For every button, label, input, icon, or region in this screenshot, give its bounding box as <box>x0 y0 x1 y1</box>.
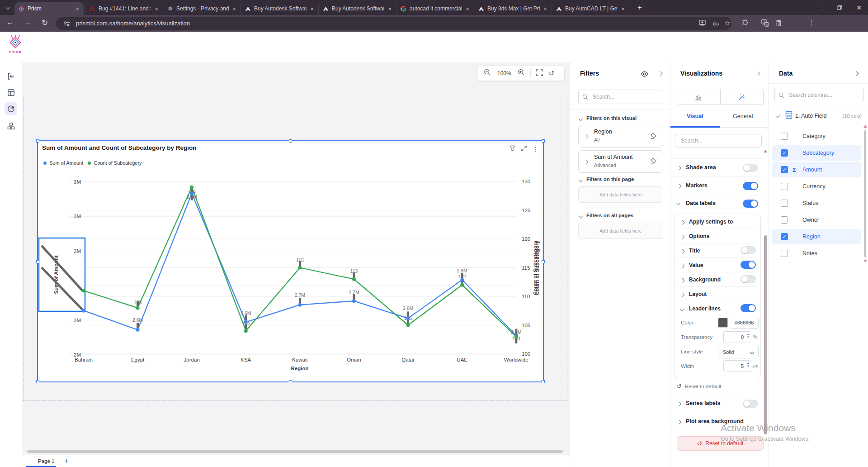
resize-handle[interactable] <box>36 139 39 143</box>
field-row-notes[interactable]: Notes <box>772 246 861 261</box>
scroll-up-arrow[interactable] <box>863 125 867 128</box>
checkbox[interactable] <box>781 133 788 140</box>
field-row-subcategory[interactable]: ✓Subcategory <box>772 145 861 161</box>
filter-card-region[interactable]: Region All <box>578 125 663 148</box>
tab-close-icon[interactable]: × <box>387 5 392 12</box>
collapse-filters-chevron[interactable] <box>658 71 663 76</box>
width-input[interactable]: 5 ▲▼ <box>723 360 751 372</box>
row-plot-area-background[interactable]: Plot area background <box>670 413 763 430</box>
delete-history-icon[interactable] <box>775 19 782 29</box>
scroll-up-arrow[interactable] <box>764 150 767 152</box>
browser-tab-google-search[interactable]: autocad lt commercial sin × <box>396 2 474 15</box>
translate-icon[interactable]: 文A <box>761 19 769 29</box>
browser-tab-autocad-lt[interactable]: Buy AutoCAD LT | Get Pric × <box>552 2 629 15</box>
markers-toggle[interactable] <box>743 182 758 190</box>
scroll-down-arrow[interactable] <box>863 260 867 262</box>
browser-tab-settings[interactable]: ⚙ Settings - Privacy and sec × <box>163 2 241 15</box>
checkbox[interactable] <box>781 216 788 224</box>
eraser-icon[interactable] <box>650 133 656 141</box>
address-bar[interactable]: prismbi.com.sa/home/analytics/visualizat… <box>56 17 731 30</box>
reset-to-default-button[interactable]: ↺ Reset to default <box>677 436 764 451</box>
eye-icon[interactable] <box>641 71 648 79</box>
collapse-viz-chevron[interactable] <box>756 71 760 76</box>
row-shade-area[interactable]: Shade area <box>670 158 763 177</box>
browser-tab-3dsmax[interactable]: Buy 3ds Max | Get Prices & × <box>474 2 552 15</box>
tab-close-icon[interactable]: × <box>542 5 548 12</box>
chart-type-icon[interactable] <box>677 89 721 105</box>
checkbox[interactable] <box>781 183 788 190</box>
viz-search-input[interactable] <box>680 137 761 144</box>
filter-card-sum-of-amount[interactable]: Sum of Amount Advanced <box>578 150 663 173</box>
line-style-select[interactable]: Solid <box>718 346 759 358</box>
browser-tab-bug[interactable]: Bug #1441: Line and Stack × <box>85 2 163 15</box>
row-value[interactable]: Value <box>689 262 703 268</box>
back-icon[interactable]: ← <box>6 18 14 27</box>
reload-icon[interactable]: ↻ <box>42 18 48 28</box>
zoom-out-icon[interactable] <box>484 69 491 78</box>
browser-menu-kebab-icon[interactable]: ⋮ <box>808 19 815 27</box>
visualization-pie-icon[interactable] <box>5 102 17 115</box>
resize-handle[interactable] <box>542 260 545 263</box>
forward-icon[interactable]: → <box>24 18 31 27</box>
field-row-region[interactable]: ✓Region <box>772 229 861 244</box>
tab-close-icon[interactable]: × <box>465 5 470 12</box>
field-row-category[interactable]: Category <box>772 129 861 144</box>
tab-close-icon[interactable]: × <box>620 5 626 12</box>
transparency-input[interactable]: 0 ▲▼ <box>723 331 751 343</box>
row-apply-settings[interactable]: Apply settings to <box>689 219 733 225</box>
browser-tab-prism[interactable]: Prism × <box>14 2 84 15</box>
reset-view-icon[interactable]: ↺ <box>549 69 555 77</box>
data-search-input[interactable] <box>788 91 863 99</box>
expand-chevron[interactable] <box>584 134 589 139</box>
chart-widget[interactable]: Sum of Amount and Count of Subcategory b… <box>37 140 544 382</box>
checkbox-checked[interactable]: ✓ <box>781 166 788 173</box>
series-labels-toggle[interactable] <box>743 400 758 408</box>
layout-view-icon[interactable] <box>5 86 17 99</box>
value-toggle[interactable] <box>741 261 756 269</box>
tab-general[interactable]: General <box>733 113 753 119</box>
viz-search[interactable] <box>675 134 762 148</box>
section-chevron-down[interactable] <box>579 214 583 219</box>
add-page-button[interactable]: + <box>61 456 71 466</box>
shade-area-toggle[interactable] <box>743 164 758 172</box>
color-value-box[interactable]: #666666 <box>730 317 759 329</box>
table-name[interactable]: 1. Auto Field <box>795 113 827 119</box>
zoom-in-icon[interactable] <box>518 69 525 78</box>
resize-handle[interactable] <box>36 380 39 383</box>
row-options[interactable]: Options <box>689 233 709 239</box>
viz-panel-scrollbar[interactable] <box>764 235 767 434</box>
tab-close-icon[interactable]: × <box>231 5 237 12</box>
page-tab-1[interactable]: Page 1 <box>33 457 60 465</box>
field-row-status[interactable]: Status <box>772 195 861 211</box>
row-background[interactable]: Background <box>689 276 721 283</box>
resize-handle[interactable] <box>289 139 292 143</box>
checkbox-checked[interactable]: ✓ <box>781 233 788 240</box>
field-row-amount[interactable]: ✓ΣAmount <box>772 162 861 177</box>
browser-tab-autodesk-2[interactable]: Buy Autodesk Software | C × <box>318 2 396 15</box>
title-toggle[interactable] <box>741 246 756 254</box>
field-row-owner[interactable]: Owner <box>772 212 861 228</box>
window-restore-button[interactable] <box>829 0 849 15</box>
filters-search-input[interactable] <box>592 93 663 100</box>
data-model-icon[interactable] <box>5 119 17 132</box>
window-minimize-button[interactable]: ─ <box>808 0 828 15</box>
tab-visual[interactable]: Visual <box>687 113 703 119</box>
expand-chevron[interactable] <box>584 160 589 164</box>
color-swatch[interactable] <box>718 318 728 328</box>
background-toggle[interactable] <box>741 275 756 283</box>
reset-to-default-link[interactable]: ↺ Reset to default <box>677 383 721 390</box>
row-layout[interactable]: Layout <box>689 291 707 297</box>
row-leader-lines[interactable]: Leader lines <box>689 305 721 312</box>
bookmark-star-icon[interactable]: ☆ <box>724 19 730 27</box>
fit-screen-icon[interactable] <box>536 69 543 78</box>
install-app-icon[interactable] <box>699 20 706 28</box>
data-search[interactable] <box>774 88 864 102</box>
section-chevron-down[interactable] <box>579 117 583 121</box>
collapse-sidebar-icon[interactable] <box>5 70 17 82</box>
field-row-currency[interactable]: Currency <box>772 179 861 194</box>
filters-search[interactable] <box>578 90 663 104</box>
resize-handle[interactable] <box>289 380 292 383</box>
checkbox[interactable] <box>781 250 788 257</box>
stepper-arrows[interactable]: ▲▼ <box>747 333 750 338</box>
tab-close-icon[interactable]: × <box>75 5 80 12</box>
